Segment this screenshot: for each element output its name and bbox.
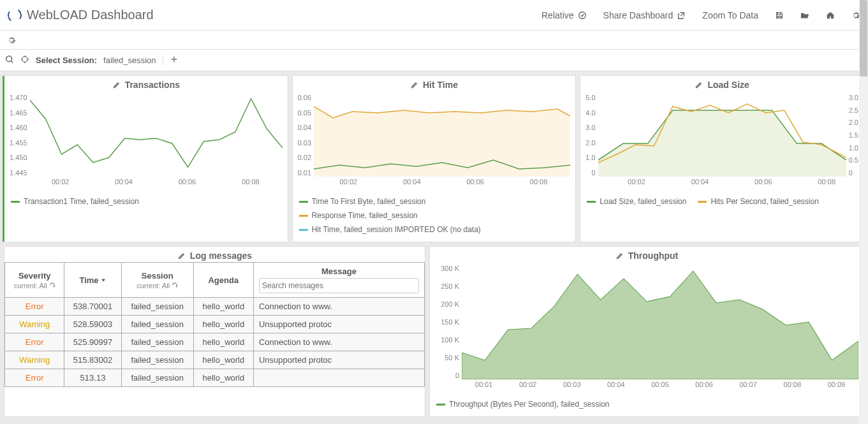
message-search-input[interactable] — [259, 278, 419, 293]
panel-title[interactable]: Hit Time — [293, 76, 576, 91]
y-axis-right: 3.02.52.01.51.00.50 — [846, 94, 858, 177]
cell-message: Unsupported protoc — [253, 351, 424, 369]
y-axis: 0.060.050.040.030.020.01 — [298, 94, 314, 177]
zoom-to-data-button[interactable]: Zoom To Data — [702, 10, 758, 20]
svg-point-0 — [578, 11, 585, 18]
chart-plot[interactable] — [30, 94, 283, 177]
panel-hit-time: Hit Time 0.060.050.040.030.020.01 00:020… — [292, 75, 577, 242]
refresh-icon[interactable] — [49, 282, 55, 288]
x-axis: 00:0200:0400:0600:08 — [10, 177, 283, 188]
home-button[interactable] — [826, 11, 835, 20]
legend-item[interactable]: Time To First Byte, failed_session — [299, 194, 558, 208]
target-button[interactable] — [20, 55, 29, 66]
panel-title[interactable]: Throughput — [430, 247, 864, 262]
x-axis: 00:0200:0400:0600:08 — [298, 177, 571, 188]
pencil-icon — [177, 251, 186, 260]
cell-agenda: hello_world — [193, 298, 253, 316]
pencil-icon — [695, 80, 703, 89]
save-icon — [775, 11, 784, 20]
app-title: WebLOAD Dashboard — [27, 8, 154, 22]
row-settings-button[interactable] — [5, 34, 18, 47]
cell-time: 528.59003 — [64, 316, 121, 333]
app-logo[interactable]: WebLOAD Dashboard — [8, 8, 154, 22]
chart-plot[interactable] — [598, 94, 846, 177]
chart-plot[interactable] — [462, 265, 858, 379]
cell-message: Connection to www. — [253, 333, 424, 351]
cell-message: Connection to www. — [253, 298, 424, 316]
table-row[interactable]: Error513.13failed_sessionhello_world — [5, 369, 425, 387]
relative-button[interactable]: Relative — [541, 10, 587, 20]
svg-point-2 — [22, 57, 28, 62]
legend-item[interactable]: Throughput (Bytes Per Second), failed_se… — [436, 397, 609, 411]
crosshair-icon — [20, 55, 29, 64]
cell-message — [253, 369, 424, 387]
legend-swatch — [587, 201, 596, 203]
save-button[interactable] — [775, 11, 784, 20]
pencil-icon — [615, 251, 624, 260]
cell-session: failed_session — [121, 369, 193, 387]
legend-swatch — [698, 201, 707, 203]
legend-item[interactable]: Response Time, failed_session — [299, 208, 558, 223]
x-axis: 00:0200:0400:0600:08 — [585, 177, 858, 188]
gear-icon — [7, 36, 16, 45]
y-axis-left: 5.04.03.02.01.00 — [585, 94, 598, 177]
col-time[interactable]: Time — [64, 263, 121, 298]
scrollbar-thumb[interactable] — [860, 0, 867, 77]
panel-throughput: Throughput 300 K250 K200 K150 K100 K50 K… — [429, 246, 864, 417]
cell-session: failed_session — [121, 316, 193, 333]
cell-agenda: hello_world — [193, 333, 253, 351]
legend-item[interactable]: Hits Per Second, failed_session — [698, 194, 818, 208]
cell-time: 513.13 — [64, 369, 121, 387]
cell-agenda: hello_world — [193, 369, 253, 387]
cell-time: 515.83002 — [64, 351, 121, 369]
add-session-button[interactable] — [163, 55, 179, 66]
cell-time: 525.90997 — [64, 333, 121, 351]
table-row[interactable]: Warning515.83002failed_sessionhello_worl… — [5, 351, 425, 369]
table-row[interactable]: Error538.70001failed_sessionhello_worldC… — [5, 298, 425, 316]
panel-load-size: Load Size 5.04.03.02.01.00 3.02.52.01.51… — [580, 75, 864, 242]
panel-transactions: Transactions 1.4701.4651.4601.4551.4501.… — [4, 75, 288, 242]
table-header-row: Severity current: All Time Session curre… — [5, 263, 425, 298]
pencil-icon — [112, 80, 121, 89]
legend-swatch — [299, 201, 308, 203]
chart-plot[interactable] — [314, 94, 570, 177]
col-severity[interactable]: Severity current: All — [5, 263, 64, 298]
legend-item[interactable]: Hit Time, failed_session IMPORTED OK (no… — [299, 223, 558, 237]
x-axis: 00:0100:0200:0300:0400:0500:0600:0700:08… — [435, 379, 858, 391]
y-axis: 300 K250 K200 K150 K100 K50 K0 — [435, 265, 462, 379]
table-row[interactable]: Error525.90997failed_sessionhello_worldC… — [5, 333, 425, 351]
chart-legend: Time To First Byte, failed_sessionRespon… — [293, 192, 576, 242]
svg-marker-5 — [462, 271, 858, 379]
table-row[interactable]: Warning528.59003failed_sessionhello_worl… — [5, 316, 425, 333]
cell-severity: Error — [5, 298, 64, 316]
panel-title[interactable]: Log messages — [4, 247, 425, 262]
cell-severity: Error — [5, 369, 64, 387]
top-bar: WebLOAD Dashboard Relative Share Dashboa… — [0, 0, 868, 31]
share-dashboard-button[interactable]: Share Dashboard — [603, 10, 686, 20]
col-session[interactable]: Session current: All — [121, 263, 193, 298]
legend-item[interactable]: Transaction1 Time, failed_session — [11, 194, 139, 208]
session-label: Select Session: — [36, 55, 97, 65]
legend-item[interactable]: Load Size, failed_session — [587, 194, 686, 208]
panel-row-1: Transactions 1.4701.4651.4601.4551.4501.… — [0, 71, 868, 246]
vertical-scrollbar[interactable] — [859, 0, 868, 424]
col-agenda[interactable]: Agenda — [193, 263, 253, 298]
cell-severity: Error — [5, 333, 64, 351]
legend-swatch — [299, 229, 308, 231]
open-folder-button[interactable] — [800, 11, 809, 20]
top-actions: Relative Share Dashboard Zoom To Data — [541, 10, 860, 20]
legend-swatch — [299, 215, 308, 217]
refresh-icon[interactable] — [172, 282, 178, 288]
cell-agenda: hello_world — [193, 316, 253, 333]
folder-open-icon — [800, 11, 809, 20]
col-message[interactable]: Message — [253, 263, 424, 298]
share-icon — [677, 11, 686, 20]
sort-desc-icon — [100, 277, 107, 283]
search-button[interactable] — [5, 55, 14, 66]
session-value[interactable]: failed_session — [103, 55, 156, 65]
panel-title[interactable]: Load Size — [580, 76, 864, 91]
cell-agenda: hello_world — [193, 351, 253, 369]
panel-row-2: Log messages Severity current: All Time … — [0, 246, 868, 421]
cell-severity: Warning — [5, 351, 64, 369]
panel-title[interactable]: Transactions — [4, 76, 288, 91]
